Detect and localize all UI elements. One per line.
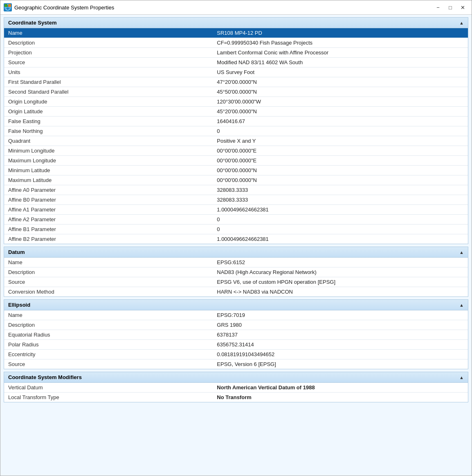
- table-row[interactable]: Origin Longitude120°30'00.0000"W: [4, 97, 468, 107]
- collapse-icon-datum[interactable]: ▲: [459, 250, 464, 255]
- row-label: Name: [4, 310, 213, 320]
- section-header-coordinate-system-modifiers[interactable]: Coordinate System Modifiers▲: [4, 372, 468, 383]
- table-row[interactable]: DescriptionNAD83 (High Accuracy Regional…: [4, 267, 468, 277]
- row-value: EPSG:6152: [213, 258, 468, 267]
- table-row[interactable]: DescriptionCF=0.999950340 Fish Passage P…: [4, 38, 468, 48]
- svg-rect-5: [8, 4, 11, 7]
- row-value: 45°50'00.0000"N: [213, 87, 468, 97]
- row-label: Maximum Longitude: [4, 156, 213, 166]
- table-row[interactable]: DescriptionGRS 1980: [4, 320, 468, 330]
- row-value: 1640416.67: [213, 117, 468, 126]
- table-row[interactable]: Maximum Longitude00°00'00.0000"E: [4, 156, 468, 166]
- row-label: Maximum Latitude: [4, 175, 213, 185]
- row-label: Description: [4, 38, 213, 48]
- section-header-datum[interactable]: Datum▲: [4, 247, 468, 258]
- minimize-button[interactable]: −: [432, 3, 444, 12]
- row-label: Origin Longitude: [4, 97, 213, 107]
- row-value: US Survey Foot: [213, 67, 468, 77]
- row-label: Affine B0 Parameter: [4, 195, 213, 205]
- row-value: 00°00'00.0000"N: [213, 175, 468, 185]
- section-title-ellipsoid: Ellipsoid: [8, 302, 30, 308]
- table-row[interactable]: Affine B1 Parameter0: [4, 225, 468, 234]
- table-row[interactable]: UnitsUS Survey Foot: [4, 67, 468, 77]
- props-table-coordinate-system: NameSR108 MP4-12 PDDescriptionCF=0.99995…: [4, 28, 468, 244]
- table-row[interactable]: Affine A0 Parameter328083.3333: [4, 185, 468, 195]
- row-label: Description: [4, 267, 213, 277]
- table-row[interactable]: False Northing0: [4, 126, 468, 136]
- row-value: GRS 1980: [213, 320, 468, 330]
- row-value: EPSG V6, use of custom HPGN operation [E…: [213, 277, 468, 287]
- section-title-datum: Datum: [8, 249, 25, 255]
- table-row[interactable]: Vertical DatumNorth American Vertical Da…: [4, 383, 468, 393]
- table-row[interactable]: SourceEPSG V6, use of custom HPGN operat…: [4, 277, 468, 287]
- table-row[interactable]: Minimum Longitude00°00'00.0000"E: [4, 146, 468, 156]
- row-label: First Standard Parallel: [4, 77, 213, 87]
- svg-rect-4: [4, 4, 7, 7]
- section-title-coordinate-system-modifiers: Coordinate System Modifiers: [8, 374, 82, 380]
- row-label: False Northing: [4, 126, 213, 136]
- close-button[interactable]: ✕: [457, 3, 468, 12]
- row-value: 00°00'00.0000"N: [213, 166, 468, 175]
- table-row[interactable]: Maximum Latitude00°00'00.0000"N: [4, 175, 468, 185]
- table-row[interactable]: First Standard Parallel47°20'00.0000"N: [4, 77, 468, 87]
- row-label: Local Transform Type: [4, 393, 213, 402]
- table-row[interactable]: Eccentricity0.081819191043494652: [4, 350, 468, 359]
- row-value: 0.081819191043494652: [213, 350, 468, 359]
- table-row[interactable]: Affine B0 Parameter328083.3333: [4, 195, 468, 205]
- collapse-icon-coordinate-system-modifiers[interactable]: ▲: [459, 375, 464, 380]
- table-row[interactable]: Affine A1 Parameter1.0000496624662381: [4, 205, 468, 215]
- row-value: SR108 MP4-12 PD: [213, 28, 468, 38]
- row-value: EPSG:7019: [213, 310, 468, 320]
- row-label: Quadrant: [4, 136, 213, 146]
- table-row[interactable]: NameEPSG:6152: [4, 258, 468, 267]
- table-row[interactable]: Minimum Latitude00°00'00.0000"N: [4, 166, 468, 175]
- row-value: 120°30'00.0000"W: [213, 97, 468, 107]
- row-value: 0: [213, 126, 468, 136]
- section-datum: Datum▲NameEPSG:6152DescriptionNAD83 (Hig…: [4, 247, 468, 297]
- row-label: Vertical Datum: [4, 383, 213, 393]
- table-row[interactable]: NameSR108 MP4-12 PD: [4, 28, 468, 38]
- row-label: Affine B1 Parameter: [4, 225, 213, 234]
- table-row[interactable]: Second Standard Parallel45°50'00.0000"N: [4, 87, 468, 97]
- table-row[interactable]: Conversion MethodHARN <-> NAD83 via NADC…: [4, 287, 468, 297]
- row-value: Positive X and Y: [213, 136, 468, 146]
- row-value: 00°00'00.0000"E: [213, 156, 468, 166]
- table-row[interactable]: Affine B2 Parameter1.0000496624662381: [4, 234, 468, 244]
- table-row[interactable]: SourceModified NAD 83/11 4602 WA South: [4, 58, 468, 67]
- row-label: Description: [4, 320, 213, 330]
- collapse-icon-ellipsoid[interactable]: ▲: [459, 303, 464, 308]
- row-label: Polar Radius: [4, 340, 213, 350]
- section-header-ellipsoid[interactable]: Ellipsoid▲: [4, 300, 468, 310]
- table-row[interactable]: NameEPSG:7019: [4, 310, 468, 320]
- section-coordinate-system: Coordinate System▲NameSR108 MP4-12 PDDes…: [4, 17, 468, 244]
- table-row[interactable]: Polar Radius6356752.31414: [4, 340, 468, 350]
- row-value: 00°00'00.0000"E: [213, 146, 468, 156]
- row-value: 45°20'00.0000"N: [213, 107, 468, 117]
- table-row[interactable]: Equatorial Radius6378137: [4, 330, 468, 340]
- window-title: Geographic Coordinate System Properties: [14, 4, 432, 11]
- row-label: Second Standard Parallel: [4, 87, 213, 97]
- row-label: Name: [4, 28, 213, 38]
- row-label: Source: [4, 58, 213, 67]
- row-label: Equatorial Radius: [4, 330, 213, 340]
- row-label: Conversion Method: [4, 287, 213, 297]
- table-row[interactable]: Local Transform TypeNo Transform: [4, 393, 468, 402]
- props-table-coordinate-system-modifiers: Vertical DatumNorth American Vertical Da…: [4, 383, 468, 402]
- row-value: 0: [213, 225, 468, 234]
- collapse-icon-coordinate-system[interactable]: ▲: [459, 20, 464, 25]
- section-header-coordinate-system[interactable]: Coordinate System▲: [4, 18, 468, 28]
- row-label: Origin Latitude: [4, 107, 213, 117]
- app-icon: [4, 3, 12, 11]
- table-row[interactable]: Origin Latitude45°20'00.0000"N: [4, 107, 468, 117]
- main-content: Coordinate System▲NameSR108 MP4-12 PDDes…: [0, 15, 472, 476]
- table-row[interactable]: Affine A2 Parameter0: [4, 215, 468, 225]
- maximize-button[interactable]: □: [445, 3, 456, 12]
- window-controls: − □ ✕: [432, 3, 468, 12]
- table-row[interactable]: ProjectionLambert Conformal Conic with A…: [4, 48, 468, 58]
- table-row[interactable]: QuadrantPositive X and Y: [4, 136, 468, 146]
- table-row[interactable]: False Easting1640416.67: [4, 117, 468, 126]
- props-table-datum: NameEPSG:6152DescriptionNAD83 (High Accu…: [4, 258, 468, 296]
- table-row[interactable]: SourceEPSG, Version 6 [EPSG]: [4, 359, 468, 369]
- row-value: 1.0000496624662381: [213, 234, 468, 244]
- row-value: 47°20'00.0000"N: [213, 77, 468, 87]
